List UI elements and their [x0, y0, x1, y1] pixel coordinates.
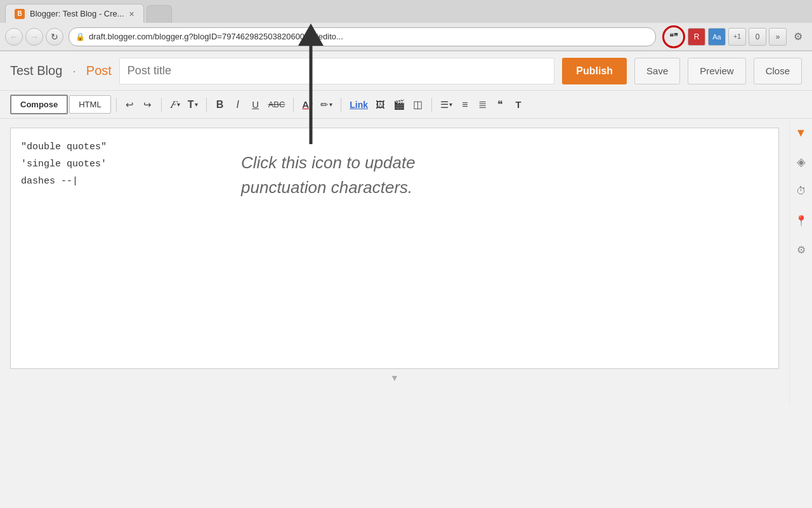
- quotes-icon-label: ❝❞: [669, 32, 678, 41]
- toolbar-separator-4: [293, 98, 294, 112]
- tab-title: Blogger: Test Blog - Cre...: [30, 9, 124, 18]
- breadcrumb-separator: ·: [72, 64, 76, 78]
- image-button[interactable]: 🖼: [372, 97, 389, 113]
- align-button[interactable]: ☰: [437, 97, 455, 113]
- tab-favicon: B: [15, 9, 25, 19]
- blockquote-icon: ❝: [497, 98, 503, 110]
- blockquote-button[interactable]: ❝: [492, 97, 509, 113]
- nav-bar: ← → ↻ 🔒 draft.blogger.com/blogger.g?blog…: [0, 23, 812, 51]
- redo-button[interactable]: ↪: [140, 97, 156, 113]
- bullet-list-button[interactable]: ≣: [475, 97, 491, 113]
- redo-icon: ↪: [143, 99, 152, 110]
- tab-bar: B Blogger: Test Blog - Cre... ×: [0, 0, 812, 23]
- toolbar-separator-6: [431, 98, 432, 112]
- post-label: Post: [86, 64, 112, 78]
- editor-body: "double quotes" 'single quotes' dashes -…: [0, 119, 812, 404]
- address-text: draft.blogger.com/blogger.g?blogID=79746…: [89, 32, 649, 41]
- underline-icon: U: [252, 99, 259, 110]
- ext-plus1-button[interactable]: +1: [728, 28, 746, 46]
- settings-button[interactable]: ⚙: [789, 28, 807, 46]
- content-line-2: 'single quotes': [21, 156, 768, 173]
- toolbar-separator-5: [341, 98, 341, 112]
- video-icon: 🎬: [393, 99, 405, 110]
- editor-content-wrapper: "double quotes" 'single quotes' dashes -…: [0, 119, 789, 404]
- html-tab[interactable]: HTML: [69, 95, 110, 114]
- ext-r-button[interactable]: R: [688, 28, 705, 46]
- toolbar-separator-2: [161, 98, 162, 112]
- numbered-list-button[interactable]: ≡: [457, 97, 473, 113]
- font-size-icon: T: [188, 99, 194, 110]
- video-button[interactable]: 🎬: [390, 97, 409, 113]
- align-icon: ☰: [440, 99, 449, 110]
- right-panel-icon-1[interactable]: ▼: [794, 125, 809, 140]
- remove-format-button[interactable]: T: [510, 97, 527, 113]
- back-button[interactable]: ←: [5, 28, 23, 46]
- special-chars-icon: ◫: [413, 98, 422, 110]
- undo-icon: ↩: [126, 99, 134, 110]
- publish-button[interactable]: Publish: [562, 58, 627, 84]
- bold-icon: B: [216, 99, 224, 110]
- right-panel-settings-icon[interactable]: ⚙: [794, 242, 809, 257]
- bullet-list-icon: ≣: [478, 98, 487, 110]
- italic-icon: I: [236, 99, 239, 110]
- compose-tab[interactable]: Compose: [10, 95, 68, 114]
- content-line-3: dashes --|: [21, 173, 768, 190]
- ext-more-button[interactable]: »: [769, 28, 787, 46]
- font-size-button[interactable]: T: [185, 97, 201, 113]
- text-color-icon: A: [302, 99, 309, 110]
- text-color-button[interactable]: A: [299, 97, 316, 113]
- blog-name: Test Blog: [10, 64, 62, 78]
- active-tab[interactable]: B Blogger: Test Blog - Cre... ×: [5, 4, 144, 23]
- browser-chrome: B Blogger: Test Blog - Cre... × ← → ↻ 🔒 …: [0, 0, 812, 51]
- close-button[interactable]: Close: [754, 58, 802, 84]
- remove-format-icon: T: [515, 99, 521, 110]
- undo-button[interactable]: ↩: [122, 97, 138, 113]
- underline-button[interactable]: U: [247, 97, 264, 113]
- security-icon: 🔒: [75, 32, 85, 41]
- font-family-icon: 𝐹: [170, 99, 176, 110]
- post-title-input[interactable]: [119, 58, 554, 84]
- right-panel-location-icon[interactable]: 📍: [794, 213, 809, 228]
- editor-topbar: Test Blog · Post Publish Save Preview Cl…: [0, 51, 812, 91]
- tab-close-button[interactable]: ×: [129, 9, 134, 19]
- save-button[interactable]: Save: [634, 58, 680, 84]
- address-bar[interactable]: 🔒 draft.blogger.com/blogger.g?blogID=797…: [69, 27, 656, 46]
- italic-button[interactable]: I: [230, 97, 246, 113]
- right-panel-schedule-icon[interactable]: ⏱: [794, 184, 809, 199]
- new-tab[interactable]: [147, 5, 172, 23]
- editor-toolbar: Compose HTML ↩ ↪ 𝐹 T B I U ABC: [0, 91, 812, 119]
- resize-handle[interactable]: ▼: [10, 369, 779, 387]
- toolbar-separator-1: [116, 98, 117, 112]
- forward-button[interactable]: →: [25, 28, 43, 46]
- blogger-editor: Test Blog · Post Publish Save Preview Cl…: [0, 51, 812, 404]
- post-content-area[interactable]: "double quotes" 'single quotes' dashes -…: [10, 128, 779, 369]
- ext-aa-button[interactable]: Aa: [708, 28, 726, 46]
- ext-count-button[interactable]: 0: [749, 28, 766, 46]
- right-panel: ▼ ◈ ⏱ 📍 ⚙: [789, 119, 812, 404]
- content-line-1: "double quotes": [21, 138, 768, 156]
- browser-extensions: R Aa +1 0 » ⚙: [688, 28, 807, 46]
- strikethrough-icon: ABC: [268, 100, 285, 109]
- toolbar-separator-3: [206, 98, 207, 112]
- punctuation-icon-button[interactable]: ❝❞: [662, 25, 685, 48]
- font-family-button[interactable]: 𝐹: [167, 97, 183, 113]
- special-chars-button[interactable]: ◫: [410, 97, 426, 113]
- strikethrough-button[interactable]: ABC: [265, 97, 289, 113]
- highlight-button[interactable]: ✏: [317, 97, 336, 113]
- image-icon: 🖼: [376, 99, 385, 110]
- link-button[interactable]: Link: [346, 97, 371, 113]
- refresh-button[interactable]: ↻: [46, 28, 63, 46]
- preview-button[interactable]: Preview: [688, 58, 745, 84]
- numbered-list-icon: ≡: [462, 99, 468, 110]
- highlight-icon: ✏: [320, 99, 329, 110]
- right-panel-tag-icon[interactable]: ◈: [794, 154, 809, 170]
- bold-button[interactable]: B: [212, 97, 228, 113]
